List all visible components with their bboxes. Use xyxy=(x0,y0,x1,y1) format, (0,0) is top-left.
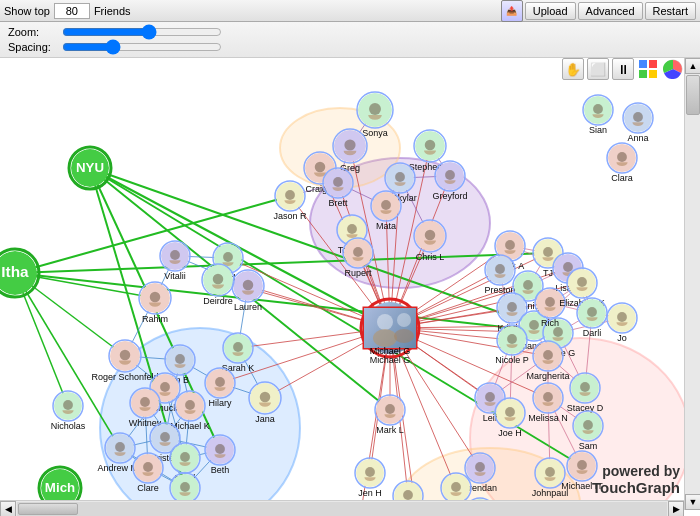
color-button[interactable] xyxy=(662,58,684,80)
zoom-label: Zoom: xyxy=(8,26,56,38)
show-top-input[interactable] xyxy=(54,3,90,19)
hand-tool-button[interactable]: ✋ xyxy=(562,58,584,80)
scroll-down-arrow[interactable]: ▼ xyxy=(685,494,700,510)
toolbar: Show top Friends 📤 Upload Advanced Resta… xyxy=(0,0,700,22)
zoom-slider[interactable] xyxy=(62,26,222,38)
spacing-slider[interactable] xyxy=(62,41,222,53)
spacing-label: Spacing: xyxy=(8,41,56,53)
scroll-left-arrow[interactable]: ◀ xyxy=(0,501,16,517)
scroll-thumb-h[interactable] xyxy=(18,503,78,515)
main-area: ▲ ▼ ◀ ▶ powered by TouchGraph xyxy=(0,58,700,516)
restart-button[interactable]: Restart xyxy=(645,2,696,20)
svg-rect-0 xyxy=(639,60,647,68)
upload-icon: 📤 xyxy=(501,0,523,22)
scroll-track-h xyxy=(17,502,667,516)
powered-by: powered by TouchGraph xyxy=(592,463,680,496)
svg-rect-2 xyxy=(639,70,647,78)
svg-rect-1 xyxy=(649,60,657,68)
scroll-up-arrow[interactable]: ▲ xyxy=(685,58,700,74)
scrollbar-bottom[interactable]: ◀ ▶ xyxy=(0,500,684,516)
select-tool-button[interactable]: ⬜ xyxy=(587,58,609,80)
friends-label: Friends xyxy=(94,5,131,17)
controls-panel: Zoom: Spacing: xyxy=(0,22,700,58)
pause-button[interactable]: ⏸ xyxy=(612,58,634,80)
scroll-thumb-v[interactable] xyxy=(686,75,700,115)
icon-bar: ✋ ⬜ ⏸ xyxy=(562,58,684,80)
powered-by-line1: powered by xyxy=(592,463,680,479)
scrollbar-right[interactable]: ▲ ▼ xyxy=(684,58,700,510)
advanced-button[interactable]: Advanced xyxy=(578,2,643,20)
upload-button[interactable]: Upload xyxy=(525,2,576,20)
powered-by-line2: TouchGraph xyxy=(592,479,680,496)
graph-canvas[interactable] xyxy=(0,58,684,510)
grid-button[interactable] xyxy=(637,58,659,80)
svg-rect-3 xyxy=(649,70,657,78)
show-top-label: Show top xyxy=(4,5,50,17)
scroll-right-arrow[interactable]: ▶ xyxy=(668,501,684,517)
